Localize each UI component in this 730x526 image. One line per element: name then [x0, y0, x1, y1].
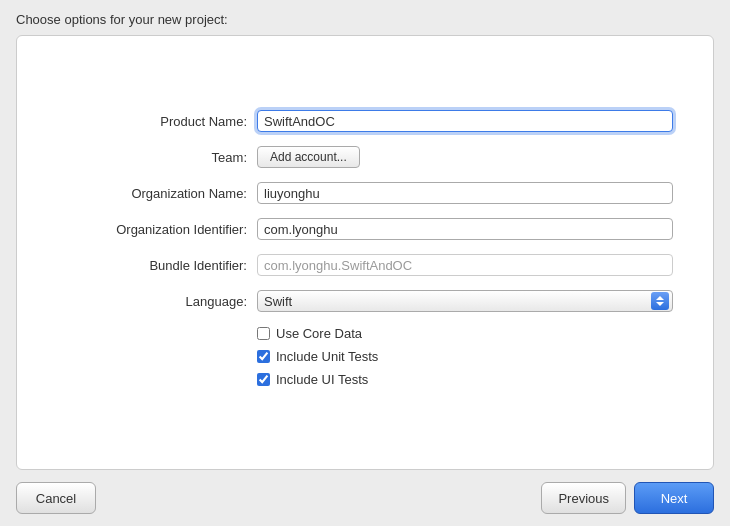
use-core-data-row: Use Core Data [57, 326, 673, 341]
language-select[interactable]: Swift Objective-C [257, 290, 673, 312]
bottom-bar: Cancel Previous Next [0, 470, 730, 526]
org-name-input[interactable] [257, 182, 673, 204]
language-label: Language: [57, 294, 257, 309]
org-name-row: Organization Name: [57, 182, 673, 204]
form-container: Product Name: Team: Add account... Organ… [17, 90, 713, 415]
org-id-row: Organization Identifier: [57, 218, 673, 240]
previous-button[interactable]: Previous [541, 482, 626, 514]
unit-tests-row: Include Unit Tests [57, 349, 673, 364]
team-row: Team: Add account... [57, 146, 673, 168]
org-id-label: Organization Identifier: [57, 222, 257, 237]
team-label: Team: [57, 150, 257, 165]
main-panel: Product Name: Team: Add account... Organ… [16, 35, 714, 470]
include-unit-tests-label: Include Unit Tests [276, 349, 378, 364]
include-ui-tests-checkbox[interactable] [257, 373, 270, 386]
bundle-id-row: Bundle Identifier: com.lyonghu.SwiftAndO… [57, 254, 673, 276]
cancel-button[interactable]: Cancel [16, 482, 96, 514]
add-account-button[interactable]: Add account... [257, 146, 360, 168]
org-name-label: Organization Name: [57, 186, 257, 201]
page-title: Choose options for your new project: [16, 12, 228, 27]
include-ui-tests-label: Include UI Tests [276, 372, 368, 387]
use-core-data-label: Use Core Data [276, 326, 362, 341]
use-core-data-checkbox[interactable] [257, 327, 270, 340]
language-select-wrapper: Swift Objective-C [257, 290, 673, 312]
language-row: Language: Swift Objective-C [57, 290, 673, 312]
ui-tests-row: Include UI Tests [57, 372, 673, 387]
bundle-id-value: com.lyonghu.SwiftAndOC [257, 254, 673, 276]
product-name-input[interactable] [257, 110, 673, 132]
right-buttons: Previous Next [541, 482, 714, 514]
include-unit-tests-checkbox[interactable] [257, 350, 270, 363]
next-button[interactable]: Next [634, 482, 714, 514]
bundle-id-label: Bundle Identifier: [57, 258, 257, 273]
product-name-row: Product Name: [57, 110, 673, 132]
product-name-label: Product Name: [57, 114, 257, 129]
org-id-input[interactable] [257, 218, 673, 240]
